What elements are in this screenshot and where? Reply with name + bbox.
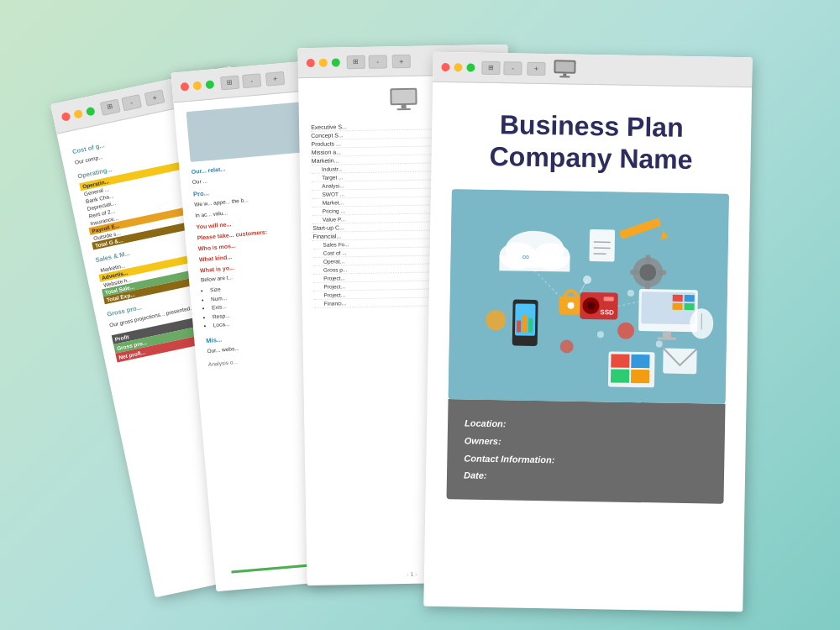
svg-rect-2: [402, 105, 407, 108]
tech-illustration: ∞: [449, 189, 729, 404]
traffic-lights-mid: [180, 80, 214, 91]
svg-rect-5: [555, 61, 574, 71]
svg-rect-39: [604, 297, 614, 301]
svg-rect-29: [685, 295, 695, 302]
tl-yellow-back[interactable]: [73, 108, 83, 118]
tl-red-third[interactable]: [307, 58, 315, 66]
svg-rect-54: [611, 369, 629, 382]
tl-green-back[interactable]: [86, 106, 96, 116]
front-footer: Location: Owners: Contact Information: D…: [446, 399, 725, 504]
svg-rect-24: [630, 270, 638, 275]
svg-rect-6: [563, 73, 566, 76]
zoom-out-back[interactable]: -: [121, 94, 142, 111]
zoom-controls-third: - +: [369, 54, 411, 68]
zoom-controls-back: - +: [121, 89, 165, 111]
svg-text:∞: ∞: [522, 250, 529, 262]
svg-rect-30: [672, 303, 682, 310]
front-page-body: Business Plan Company Name ∞: [423, 82, 752, 612]
tl-yellow-third[interactable]: [319, 58, 328, 66]
layout-toggle-mid[interactable]: ⊞: [220, 75, 239, 90]
tl-yellow-mid[interactable]: [192, 81, 202, 90]
monitor-icon: [386, 87, 421, 114]
svg-rect-12: [499, 255, 570, 271]
zoom-in-third[interactable]: +: [392, 54, 411, 67]
tl-green-mid[interactable]: [205, 80, 214, 89]
svg-rect-7: [559, 76, 570, 77]
zoom-controls-front: - +: [503, 61, 545, 76]
tl-green-third[interactable]: [332, 58, 340, 66]
tl-red-mid[interactable]: [180, 81, 189, 91]
svg-rect-14: [589, 229, 615, 262]
svg-rect-45: [528, 318, 533, 333]
layout-toggle-third[interactable]: ⊞: [347, 55, 365, 68]
svg-rect-43: [517, 320, 521, 332]
svg-rect-32: [663, 331, 671, 337]
svg-rect-31: [684, 303, 694, 310]
layout-toggle-front[interactable]: ⊞: [481, 60, 500, 74]
tl-yellow-front[interactable]: [454, 63, 462, 71]
svg-rect-55: [631, 370, 649, 383]
svg-rect-53: [631, 354, 649, 368]
front-title-line1: Business Plan: [453, 108, 731, 144]
front-title-line2: Company Name: [452, 140, 730, 177]
zoom-out-third[interactable]: -: [369, 55, 387, 68]
zoom-controls-mid: - +: [242, 71, 285, 87]
pages-container: ⊞ - + Cost of g... Our comp... Operating…: [84, 29, 756, 601]
svg-rect-28: [673, 295, 683, 302]
front-title-area: Business Plan Company Name: [431, 82, 752, 194]
front-image-area: ∞: [449, 189, 729, 404]
page-front: ⊞ - + Business Plan Company Name: [423, 52, 752, 612]
traffic-lights-back: [60, 106, 95, 121]
traffic-lights-front: [441, 62, 475, 71]
zoom-in-front[interactable]: +: [527, 61, 545, 75]
svg-rect-33: [658, 337, 676, 339]
tl-red-back[interactable]: [60, 111, 71, 121]
tl-red-front[interactable]: [441, 62, 449, 71]
zoom-in-back[interactable]: +: [144, 89, 165, 106]
svg-rect-22: [645, 255, 650, 263]
zoom-out-mid[interactable]: -: [242, 73, 261, 88]
footer-date: Date:: [464, 467, 707, 489]
zoom-out-front[interactable]: -: [503, 61, 522, 75]
svg-rect-44: [522, 314, 527, 332]
zoom-in-mid[interactable]: +: [265, 71, 285, 86]
svg-rect-25: [658, 270, 666, 275]
traffic-lights-third: [307, 58, 340, 67]
svg-rect-1: [391, 90, 415, 103]
svg-rect-52: [611, 354, 629, 367]
layout-toggle-back[interactable]: ⊞: [100, 98, 121, 115]
front-monitor-svg: [552, 59, 577, 80]
front-monitor-icon: [552, 59, 577, 80]
svg-text:SSD: SSD: [600, 308, 614, 316]
svg-rect-3: [397, 108, 411, 110]
tl-green-front[interactable]: [466, 63, 475, 71]
